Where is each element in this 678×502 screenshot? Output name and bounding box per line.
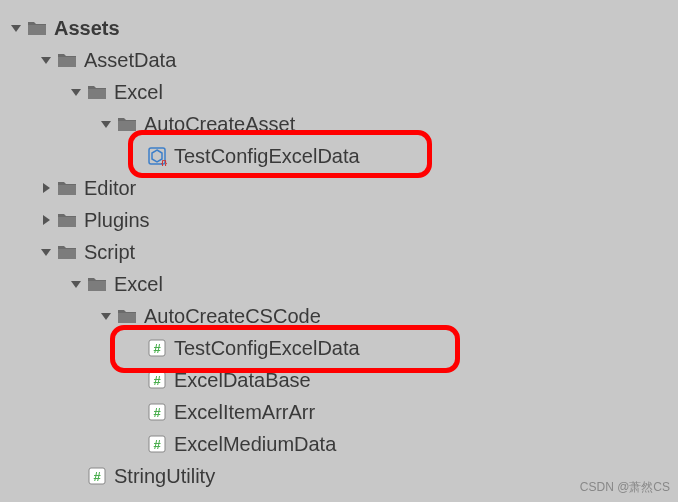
folder-icon	[56, 241, 78, 263]
folder-label: Editor	[84, 177, 136, 200]
folder-icon	[86, 273, 108, 295]
chevron-right-icon[interactable]	[38, 212, 54, 228]
folder-excel-assetdata[interactable]: Excel	[2, 76, 678, 108]
folder-editor[interactable]: Editor	[2, 172, 678, 204]
script-stringutility[interactable]: StringUtility	[2, 460, 678, 492]
script-label: ExcelDataBase	[174, 369, 311, 392]
folder-excel-script[interactable]: Excel	[2, 268, 678, 300]
folder-autocreateasset[interactable]: AutoCreateAsset	[2, 108, 678, 140]
folder-icon	[56, 209, 78, 231]
folder-assets[interactable]: Assets	[2, 12, 678, 44]
folder-label: Excel	[114, 81, 163, 104]
script-label: ExcelMediumData	[174, 433, 336, 456]
folder-label: Plugins	[84, 209, 150, 232]
chevron-right-icon[interactable]	[38, 180, 54, 196]
folder-label: Assets	[54, 17, 120, 40]
csharp-icon	[146, 369, 168, 391]
folder-plugins[interactable]: Plugins	[2, 204, 678, 236]
folder-label: AutoCreateCSCode	[144, 305, 321, 328]
folder-label: Excel	[114, 273, 163, 296]
csharp-icon	[86, 465, 108, 487]
script-excelmediumdata[interactable]: ExcelMediumData	[2, 428, 678, 460]
folder-label: AutoCreateAsset	[144, 113, 295, 136]
folder-script[interactable]: Script	[2, 236, 678, 268]
folder-icon	[56, 177, 78, 199]
chevron-down-icon[interactable]	[8, 20, 24, 36]
asset-label: TestConfigExcelData	[174, 145, 360, 168]
script-label: StringUtility	[114, 465, 215, 488]
scriptableobject-icon	[146, 145, 168, 167]
watermark: CSDN @萧然CS	[580, 479, 670, 496]
chevron-down-icon[interactable]	[38, 52, 54, 68]
csharp-icon	[146, 337, 168, 359]
folder-label: Script	[84, 241, 135, 264]
folder-icon	[116, 113, 138, 135]
folder-icon	[86, 81, 108, 103]
folder-label: AssetData	[84, 49, 176, 72]
chevron-down-icon[interactable]	[98, 308, 114, 324]
script-excelitemarrarr[interactable]: ExcelItemArrArr	[2, 396, 678, 428]
chevron-down-icon[interactable]	[68, 84, 84, 100]
asset-testconfigexceldata[interactable]: TestConfigExcelData	[2, 140, 678, 172]
script-testconfigexceldata[interactable]: TestConfigExcelData	[2, 332, 678, 364]
chevron-down-icon[interactable]	[68, 276, 84, 292]
folder-assetdata[interactable]: AssetData	[2, 44, 678, 76]
script-label: TestConfigExcelData	[174, 337, 360, 360]
csharp-icon	[146, 401, 168, 423]
folder-icon	[26, 17, 48, 39]
csharp-icon	[146, 433, 168, 455]
folder-icon	[56, 49, 78, 71]
folder-autocreatecs[interactable]: AutoCreateCSCode	[2, 300, 678, 332]
chevron-down-icon[interactable]	[38, 244, 54, 260]
script-label: ExcelItemArrArr	[174, 401, 315, 424]
folder-icon	[116, 305, 138, 327]
project-tree: Assets AssetData Excel AutoCreateAsset T…	[0, 0, 678, 492]
chevron-down-icon[interactable]	[98, 116, 114, 132]
script-exceldatabase[interactable]: ExcelDataBase	[2, 364, 678, 396]
